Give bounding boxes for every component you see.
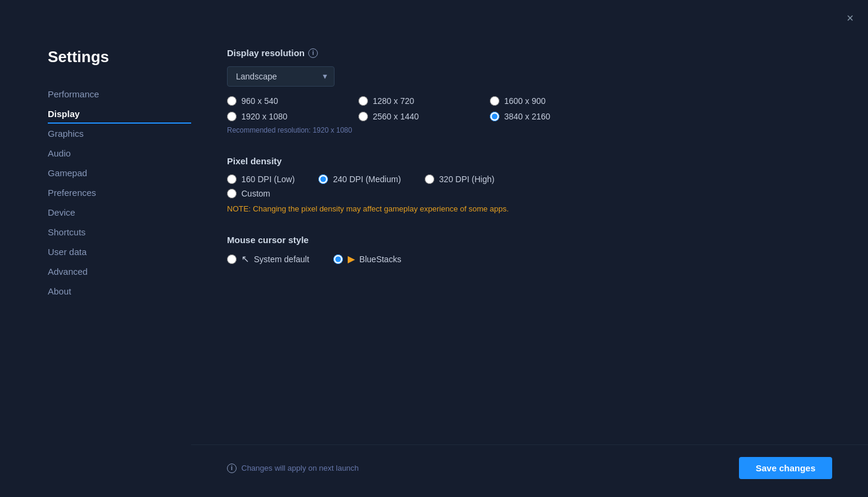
sidebar-item-preferences[interactable]: Preferences: [48, 183, 191, 203]
main-content: Display resolution i Landscape Portrait …: [191, 48, 868, 444]
dpi-custom[interactable]: Custom: [227, 189, 270, 198]
recommended-resolution-text: Recommended resolution: 1920 x 1080: [227, 126, 832, 134]
resolution-1920x1080[interactable]: 1920 x 1080: [227, 112, 346, 121]
pixel-density-note: NOTE: Changing the pixel density may aff…: [227, 204, 832, 213]
dpi-240[interactable]: 240 DPI (Medium): [318, 174, 401, 184]
footer-note: i Changes will apply on next launch: [227, 464, 359, 473]
content-area: Settings Performance Display Graphics Au…: [0, 0, 868, 444]
cursor-options: ↖ System default ▶ BlueStacks: [227, 253, 832, 265]
mouse-cursor-section: Mouse cursor style ↖ System default ▶ Bl…: [227, 235, 832, 265]
display-resolution-section: Display resolution i Landscape Portrait …: [227, 48, 832, 134]
sidebar-nav: Performance Display Graphics Audio Gamep…: [48, 84, 191, 301]
dpi-320[interactable]: 320 DPI (High): [425, 174, 495, 184]
display-resolution-info-icon: i: [308, 48, 318, 58]
sidebar-item-audio[interactable]: Audio: [48, 143, 191, 163]
resolution-3840x2160[interactable]: 3840 x 2160: [490, 112, 609, 121]
resolution-960x540[interactable]: 960 x 540: [227, 96, 346, 106]
resolution-2560x1440[interactable]: 2560 x 1440: [358, 112, 478, 121]
page-title: Settings: [48, 48, 191, 66]
system-cursor-icon: ↖: [241, 253, 249, 265]
sidebar-item-gamepad[interactable]: Gamepad: [48, 163, 191, 183]
cursor-bluestacks[interactable]: ▶ BlueStacks: [333, 253, 401, 265]
sidebar-item-device[interactable]: Device: [48, 203, 191, 222]
resolution-1280x720[interactable]: 1280 x 720: [358, 96, 478, 106]
close-button[interactable]: ×: [846, 12, 854, 24]
display-resolution-title: Display resolution i: [227, 48, 832, 58]
orientation-dropdown[interactable]: Landscape Portrait: [227, 66, 335, 87]
sidebar: Settings Performance Display Graphics Au…: [0, 48, 191, 444]
sidebar-item-graphics[interactable]: Graphics: [48, 124, 191, 143]
sidebar-item-user-data[interactable]: User data: [48, 242, 191, 262]
sidebar-item-about[interactable]: About: [48, 281, 191, 301]
settings-modal: × Settings Performance Display Graphics …: [0, 0, 868, 497]
save-changes-button[interactable]: Save changes: [739, 457, 832, 479]
pixel-density-title: Pixel density: [227, 156, 832, 166]
bluestacks-cursor-icon: ▶: [348, 253, 355, 265]
sidebar-item-advanced[interactable]: Advanced: [48, 262, 191, 281]
sidebar-item-display[interactable]: Display: [48, 104, 191, 124]
cursor-system-default[interactable]: ↖ System default: [227, 253, 309, 265]
pixel-density-custom-row: Custom: [227, 189, 832, 198]
pixel-density-options: 160 DPI (Low) 240 DPI (Medium) 320 DPI (…: [227, 174, 832, 184]
resolution-1600x900[interactable]: 1600 x 900: [490, 96, 609, 106]
dpi-160[interactable]: 160 DPI (Low): [227, 174, 295, 184]
sidebar-item-shortcuts[interactable]: Shortcuts: [48, 222, 191, 242]
sidebar-item-performance[interactable]: Performance: [48, 84, 191, 104]
orientation-dropdown-wrapper: Landscape Portrait ▼: [227, 66, 335, 87]
footer-info-icon: i: [227, 464, 237, 473]
footer: i Changes will apply on next launch Save…: [191, 444, 868, 497]
mouse-cursor-title: Mouse cursor style: [227, 235, 832, 245]
pixel-density-section: Pixel density 160 DPI (Low) 240 DPI (Med…: [227, 156, 832, 213]
resolution-options: 960 x 540 1280 x 720 1600 x 900 1920 x 1…: [227, 96, 832, 121]
